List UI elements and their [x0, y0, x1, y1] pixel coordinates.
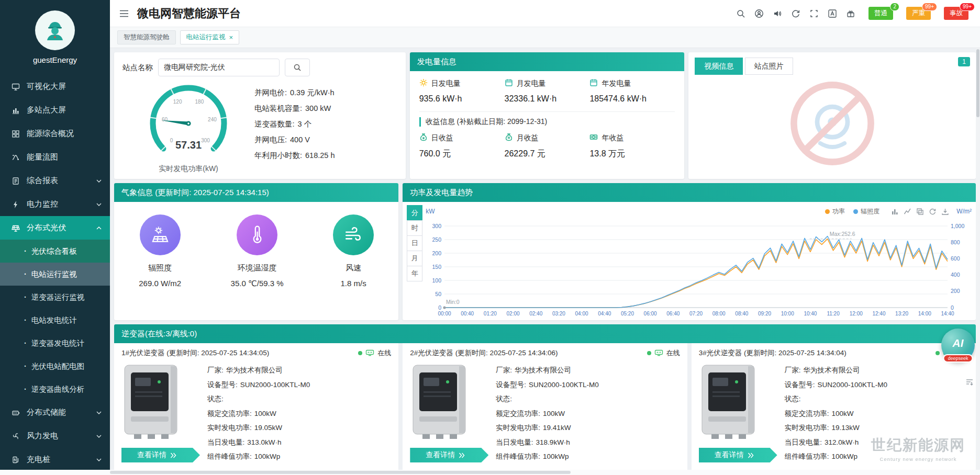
sidebar-item-station-gen-stats[interactable]: 电站发电统计: [0, 309, 110, 332]
alarm-badge-normal[interactable]: 普通 2: [868, 7, 893, 20]
site-search-button[interactable]: [285, 59, 310, 76]
save-image-icon[interactable]: [941, 208, 949, 216]
view-details-button[interactable]: 查看详情: [699, 448, 777, 462]
sidebar-item-label: 可视化大屏: [27, 82, 66, 92]
detail-value: 100kW: [831, 406, 853, 421]
info-value: 400 V: [290, 132, 310, 148]
sidebar-item-power-monitor[interactable]: 电力监控: [0, 193, 110, 216]
sidebar-item-visual-screen[interactable]: 可视化大屏: [0, 75, 110, 98]
svg-text:Min:0: Min:0: [446, 299, 460, 305]
info-label: 并网电压:: [254, 132, 287, 148]
main-column: 微电网智慧能源平台 普通 2 严重 99+ 事故: [110, 0, 980, 475]
detail-label: 状态:: [496, 392, 512, 406]
search-icon[interactable]: [736, 9, 745, 18]
detail-value: 100kWp: [254, 449, 281, 464]
weather-value: 269.0 W/m2: [139, 279, 181, 288]
open-tabs-bar: 智慧能源驾驶舱 电站运行监视 ×: [110, 27, 980, 48]
freq-tab-minute[interactable]: 分: [407, 205, 422, 221]
sidebar-item-label: 能源综合概况: [27, 129, 74, 139]
vertical-scrollbar[interactable]: [976, 48, 980, 470]
inverter-update-time: (更新时间: 2025-07-25 14:34:04): [744, 349, 847, 357]
sidebar-item-distributed-storage[interactable]: 分布式储能: [0, 401, 110, 424]
stack-toggle-icon[interactable]: [916, 208, 924, 216]
sidebar-item-reports[interactable]: 综合报表: [0, 169, 110, 193]
collapse-handle-icon[interactable]: [965, 378, 974, 386]
generation-info-card: 发电量信息 日发电量 935.6 kW·h 月发电量 32336.1 kW·h: [410, 52, 685, 179]
alarm-badge-severe[interactable]: 严重 99+: [906, 7, 931, 20]
power-trend-chart[interactable]: 05010015020025030002004006008001,00000:0…: [426, 218, 972, 318]
view-details-button[interactable]: 查看详情: [410, 448, 488, 462]
freq-tab-year[interactable]: 年: [407, 266, 422, 281]
sidebar-item-distributed-pv[interactable]: 分布式光伏: [0, 216, 110, 240]
sidebar-item-charging-pile[interactable]: 充电桩: [0, 448, 110, 471]
sidebar-item-label: 风力发电: [27, 431, 58, 441]
detail-label: 状态:: [785, 392, 801, 406]
fullscreen-icon[interactable]: [809, 9, 819, 18]
close-icon[interactable]: ×: [229, 34, 233, 41]
legend-irradiance[interactable]: 辐照度: [853, 207, 879, 216]
chart-area: kW 功率 辐照度: [426, 205, 972, 318]
sidebar-item-pv-dashboard[interactable]: 光伏综合看板: [0, 240, 110, 263]
sidebar-item-energy-flow[interactable]: 能量流图: [0, 145, 110, 169]
sidebar-item-energy-overview[interactable]: 能源综合概况: [0, 122, 110, 145]
detail-label: 额定交流功率:: [207, 406, 252, 421]
weather-value: 35.0 ℃/59.3 %: [231, 279, 284, 288]
detail-label: 实时发电功率:: [785, 421, 829, 435]
sidebar-item-inverter-curve[interactable]: 逆变器曲线分析: [0, 378, 110, 401]
gift-icon[interactable]: [846, 9, 855, 18]
tab-cockpit[interactable]: 智慧能源驾驶舱: [117, 30, 176, 44]
detail-value: 19.13kW: [831, 421, 859, 435]
hamburger-menu-icon[interactable]: [119, 10, 129, 17]
translate-icon[interactable]: [828, 9, 837, 18]
alarm-badge-accident[interactable]: 事故 99+: [944, 7, 968, 20]
tab-station-monitor[interactable]: 电站运行监视 ×: [180, 30, 240, 44]
svg-text:04:40: 04:40: [598, 311, 611, 316]
view-details-button[interactable]: 查看详情: [121, 448, 200, 462]
scrollbar-thumb[interactable]: [976, 49, 979, 117]
scrollbar-thumb[interactable]: [110, 471, 571, 474]
tab-site-photos[interactable]: 站点照片: [745, 58, 793, 75]
restore-icon[interactable]: [929, 208, 937, 216]
inverter-section: 逆变器(在线:3/离线:0) 1#光伏逆变器 (更新时间: 2025-07-25…: [114, 324, 976, 471]
tab-video-info[interactable]: 视频信息: [695, 58, 743, 75]
sidebar-item-multi-station[interactable]: 多站点大屏: [0, 98, 110, 122]
legend-label: 功率: [832, 207, 845, 216]
wind-icon: [343, 225, 363, 245]
ai-assistant-button[interactable]: AI deepseek: [941, 329, 975, 362]
info-label: 逆变器数量:: [254, 116, 295, 132]
legend-power[interactable]: 功率: [825, 207, 845, 216]
avatar[interactable]: [35, 10, 75, 50]
detail-label: 厂家:: [496, 363, 512, 378]
refresh-icon[interactable]: [791, 9, 800, 18]
user-support-icon[interactable]: [754, 9, 764, 18]
detail-label: 设备型号:: [496, 378, 526, 392]
badge-count: 2: [890, 3, 899, 11]
freq-tab-hour[interactable]: 时: [407, 220, 422, 236]
svg-text:200: 200: [951, 288, 960, 294]
freq-tab-day[interactable]: 日: [407, 235, 422, 251]
svg-text:05:20: 05:20: [621, 311, 634, 316]
topbar: 微电网智慧能源平台 普通 2 严重 99+ 事故: [110, 0, 980, 27]
speaker-icon[interactable]: [773, 9, 782, 18]
calendar-icon: [589, 78, 598, 88]
sidebar-item-wind-power[interactable]: 风力发电: [0, 424, 110, 448]
horizontal-scrollbar[interactable]: [0, 470, 980, 475]
double-chevron-icon: [170, 453, 177, 458]
line-chart-toggle-icon[interactable]: [904, 208, 911, 216]
double-chevron-icon: [748, 453, 754, 458]
card-title: 气象信息 (更新时间: 2025-07-25 14:34:15): [114, 183, 398, 202]
sidebar-item-inverter-monitor[interactable]: 逆变器运行监视: [0, 286, 110, 309]
sidebar-item-station-monitor[interactable]: 电站运行监视: [0, 263, 110, 286]
page-title: 微电网智慧能源平台: [137, 6, 241, 21]
detail-label: 组件峰值功率:: [496, 449, 540, 464]
freq-tab-month[interactable]: 月: [407, 251, 422, 266]
sidebar-item-pv-distribution-map[interactable]: 光伏电站配电图: [0, 355, 110, 378]
bar-chart-toggle-icon[interactable]: [891, 208, 899, 216]
site-search-input[interactable]: [158, 59, 280, 76]
svg-text:10:00: 10:00: [781, 311, 794, 316]
tab-label: 电站运行监视: [186, 33, 226, 42]
info-value: 0.39 元/kW·h: [290, 85, 335, 100]
svg-text:12:00: 12:00: [850, 311, 863, 316]
svg-text:57.31: 57.31: [175, 139, 202, 151]
sidebar-item-inverter-gen-stats[interactable]: 逆变器发电统计: [0, 332, 110, 355]
